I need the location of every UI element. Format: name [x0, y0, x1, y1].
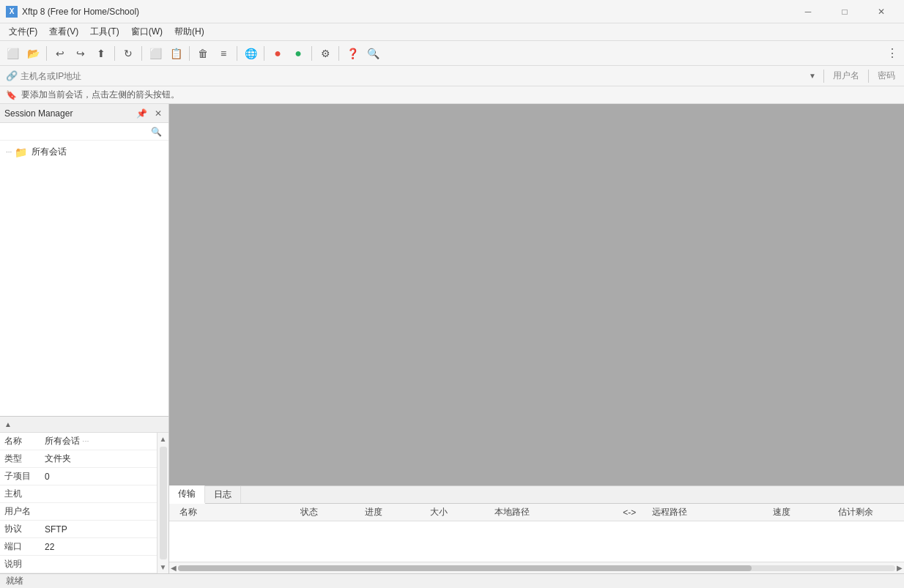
prop-key-port: 端口 [0, 538, 40, 556]
toolbar-sep5 [237, 46, 237, 61]
transfer-table-body [169, 521, 904, 562]
prop-val-children: 0 [40, 468, 157, 485]
toolbar-sep7 [311, 46, 312, 61]
toolbar-copy[interactable]: ⬜ [146, 44, 165, 63]
panel-close-button[interactable]: ✕ [152, 108, 164, 119]
properties-scrollbar: ▲ ▼ [157, 433, 168, 573]
address-bar: 🔗 ▼ 用户名 密码 [0, 66, 904, 86]
toolbar-help[interactable]: ❓ [343, 44, 362, 63]
prop-key-name: 名称 [0, 433, 40, 450]
menu-file[interactable]: 文件(F) [3, 24, 43, 40]
toolbar-sep4 [189, 46, 190, 61]
th-remotepath: 远程路径 [648, 506, 768, 518]
maximize-button[interactable]: □ [828, 0, 862, 23]
menu-window[interactable]: 窗口(W) [125, 24, 168, 40]
toolbar-globe[interactable]: 🌐 [241, 44, 260, 63]
prop-key-children: 子项目 [0, 468, 40, 485]
h-scroll-track [178, 565, 895, 571]
h-scroll-right[interactable]: ▶ [897, 564, 903, 572]
title-bar: X Xftp 8 (Free for Home/School) ─ □ ✕ [0, 0, 904, 23]
prop-row-type: 类型 文件夹 [0, 450, 157, 468]
hint-icon: 🔖 [6, 90, 17, 100]
addr-separator-1 [823, 70, 824, 83]
toolbar-settings[interactable]: ⚙ [316, 44, 335, 63]
th-progress: 进度 [360, 506, 425, 518]
properties-panel: ▲ 名称 所有会话 ··· 类型 文件夹 子项目 [0, 416, 168, 573]
properties-header: ▲ [0, 417, 168, 433]
session-panel-header: Session Manager 📌 ✕ [0, 104, 168, 123]
panel-pin-button[interactable]: 📌 [134, 108, 149, 119]
session-tree: ··· 📁 所有会话 [0, 141, 168, 416]
session-panel-title: Session Manager [4, 108, 73, 119]
main-content-area [169, 104, 904, 485]
menu-view[interactable]: 查看(V) [43, 24, 84, 40]
th-localpath: 本地路径 [490, 506, 611, 518]
toolbar-paste[interactable]: 📋 [166, 44, 185, 63]
menu-tools[interactable]: 工具(T) [84, 24, 125, 40]
prop-val-desc [40, 556, 157, 573]
toolbar-forward[interactable]: ↪ [71, 44, 90, 63]
toolbar-sep8 [338, 46, 339, 61]
prop-row-children: 子项目 0 [0, 468, 157, 485]
prop-key-protocol: 协议 [0, 521, 40, 538]
prop-val-type: 文件夹 [40, 450, 157, 468]
toolbar-new-session[interactable]: ⬜ [3, 44, 22, 63]
menu-bar: 文件(F) 查看(V) 工具(T) 窗口(W) 帮助(H) [0, 23, 904, 41]
tree-item-all-sessions[interactable]: ··· 📁 所有会话 [0, 144, 168, 160]
prop-val-username [40, 503, 157, 521]
close-button[interactable]: ✕ [864, 0, 898, 23]
host-dropdown-arrow[interactable]: ▼ [804, 70, 820, 81]
app-icon: X [6, 6, 18, 18]
prop-val-protocol: SFTP [40, 521, 157, 538]
horizontal-scrollbar[interactable]: ◀ ▶ [169, 562, 904, 573]
toolbar-sep6 [264, 46, 264, 61]
password-label: 密码 [872, 70, 901, 82]
toolbar-back[interactable]: ↩ [51, 44, 70, 63]
toolbar-connect-green[interactable]: ● [289, 44, 308, 63]
toolbar-delete[interactable]: 🗑 [193, 44, 212, 63]
props-scroll-up[interactable]: ▲ [158, 433, 169, 445]
prop-key-host: 主机 [0, 485, 40, 503]
prop-row-host: 主机 [0, 485, 157, 503]
properties-up-icon[interactable]: ▲ [4, 420, 12, 428]
toolbar-up[interactable]: ⬆ [92, 44, 111, 63]
minimize-button[interactable]: ─ [791, 0, 825, 23]
session-search-icon[interactable]: 🔍 [149, 126, 164, 138]
host-input[interactable] [21, 68, 801, 84]
tab-transfer[interactable]: 传输 [169, 485, 205, 504]
props-scroll-track [160, 447, 167, 559]
addr-separator-2 [868, 70, 869, 83]
right-content: 传输 日志 名称 状态 进度 大小 本地路径 <-> 远程路径 速度 估计剩余 … [169, 104, 904, 573]
status-text: 就绪 [6, 575, 23, 587]
transfer-area: 传输 日志 名称 状态 进度 大小 本地路径 <-> 远程路径 速度 估计剩余 … [169, 485, 904, 573]
toolbar: ⬜ 📂 ↩ ↪ ⬆ ↻ ⬜ 📋 🗑 ≡ 🌐 ● ● ⚙ ❓ 🔍 ⋮ [0, 41, 904, 66]
app-icon-label: X [10, 7, 15, 15]
toolbar-refresh[interactable]: ↻ [119, 44, 138, 63]
toolbar-connect-red[interactable]: ● [268, 44, 287, 63]
toolbar-sep2 [114, 46, 115, 61]
th-arrow: <-> [611, 507, 648, 518]
tree-dots: ··· [6, 148, 12, 156]
menu-help[interactable]: 帮助(H) [168, 24, 210, 40]
toolbar-list[interactable]: ≡ [214, 44, 233, 63]
prop-val-name: 所有会话 ··· [40, 433, 157, 450]
toolbar-more[interactable]: ⋮ [883, 43, 901, 63]
app-title: Xftp 8 (Free for Home/School) [22, 7, 791, 17]
properties-row: 名称 所有会话 ··· 类型 文件夹 子项目 0 主机 [0, 433, 168, 573]
session-search-bar: 🔍 [0, 123, 168, 141]
props-scroll-down[interactable]: ▼ [158, 561, 169, 573]
tab-log[interactable]: 日志 [205, 486, 241, 503]
properties-table: 名称 所有会话 ··· 类型 文件夹 子项目 0 主机 [0, 433, 157, 573]
toolbar-open[interactable]: 📂 [23, 44, 42, 63]
th-status: 状态 [296, 506, 360, 518]
h-scroll-left[interactable]: ◀ [171, 564, 177, 572]
hint-bar: 🔖 要添加当前会话，点击左侧的箭头按钮。 [0, 86, 904, 104]
properties-content: 名称 所有会话 ··· 类型 文件夹 子项目 0 主机 [0, 433, 157, 573]
prop-row-desc: 说明 [0, 556, 157, 573]
prop-row-name: 名称 所有会话 ··· [0, 433, 157, 450]
panel-header-icons: 📌 ✕ [134, 108, 164, 119]
tree-item-label: 所有会话 [32, 146, 67, 158]
prop-key-type: 类型 [0, 450, 40, 468]
toolbar-search[interactable]: 🔍 [363, 44, 382, 63]
address-link-icon: 🔗 [6, 70, 18, 81]
